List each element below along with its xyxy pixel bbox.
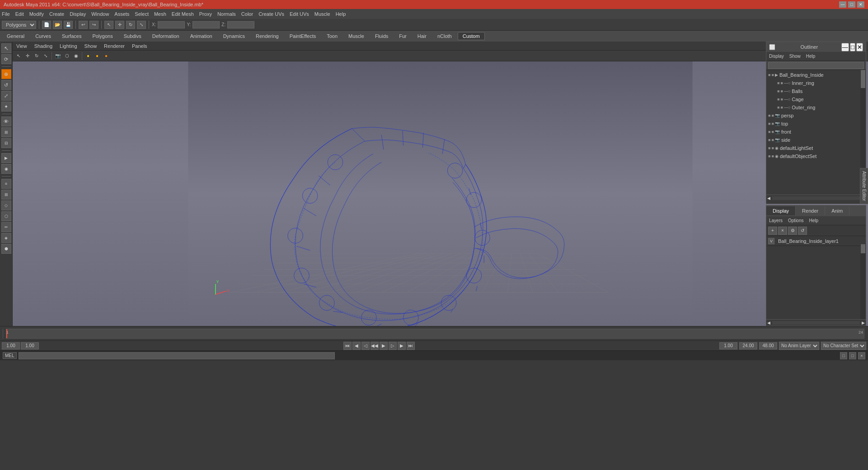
outliner-item-balls[interactable]: ■ ■ —○ Balls <box>766 87 866 95</box>
cb-scrollbar[interactable] <box>860 244 866 326</box>
tab-animation[interactable]: Animation <box>185 32 217 40</box>
vp-menu-panels[interactable]: Panels <box>132 43 147 49</box>
cb-tab-display[interactable]: Display <box>766 206 796 215</box>
menu-edit-uvs[interactable]: Edit UVs <box>290 11 309 17</box>
tab-ncloth[interactable]: nCloth <box>432 32 457 40</box>
tab-hair[interactable]: Hair <box>413 32 432 40</box>
new-file-button[interactable]: 📄 <box>42 21 51 29</box>
vp-menu-renderer[interactable]: Renderer <box>104 43 125 49</box>
select-tool[interactable]: ↖ <box>104 21 113 29</box>
prev-key-btn[interactable]: ◁ <box>361 342 370 350</box>
menu-modify[interactable]: Modify <box>29 11 44 17</box>
outliner-item-outer-ring[interactable]: ■ ■ —○ Outer_ring <box>766 103 866 112</box>
end-frame-input[interactable] <box>739 342 757 349</box>
scale-tool-btn[interactable]: ⤢ <box>1 91 11 101</box>
cb-hscrollbar[interactable] <box>772 321 860 325</box>
blend-btn[interactable]: ◈ <box>1 233 11 243</box>
play-fwd-btn[interactable]: ▶ <box>380 342 388 350</box>
char-set-select[interactable]: No Character Set <box>821 342 866 350</box>
vp-menu-view[interactable]: View <box>16 43 27 49</box>
menu-mesh[interactable]: Mesh <box>154 11 166 17</box>
tab-general[interactable]: General <box>2 32 29 40</box>
z-input[interactable] <box>227 21 254 28</box>
outliner-maximize-btn[interactable]: □ <box>850 43 855 51</box>
bottom-btn-1[interactable]: □ <box>840 352 847 359</box>
attribute-editor-tab[interactable]: Attribute Editor <box>860 168 868 204</box>
vp-light2-icon[interactable]: ● <box>93 52 101 60</box>
tab-dynamics[interactable]: Dynamics <box>218 32 250 40</box>
mode-select[interactable]: Polygons <box>2 21 36 29</box>
undo-button[interactable]: ↩ <box>79 21 88 29</box>
vp-menu-shading[interactable]: Shading <box>34 43 52 49</box>
menu-normals[interactable]: Normals <box>217 11 236 17</box>
universal-tool-btn[interactable]: ✦ <box>1 102 11 112</box>
fps-input[interactable] <box>719 342 737 349</box>
tab-subdivs[interactable]: Subdivs <box>119 32 146 40</box>
tab-muscle[interactable]: Muscle <box>343 32 369 40</box>
layer-visibility-toggle[interactable]: V <box>768 238 774 244</box>
outliner-search-input[interactable] <box>768 62 864 69</box>
graph-btn[interactable]: ⊞ <box>1 190 11 200</box>
cb-new-layer-btn[interactable]: + <box>768 227 777 235</box>
show-hide-btn[interactable]: 👁 <box>1 116 11 126</box>
max-frame-input[interactable] <box>759 342 777 349</box>
tab-fur[interactable]: Fur <box>394 32 412 40</box>
rotate-tool[interactable]: ↻ <box>126 21 135 29</box>
outliner-item-top[interactable]: ■ ■ 📷 top <box>766 120 866 128</box>
menu-assets[interactable]: Assets <box>114 11 129 17</box>
outliner-menu-display[interactable]: Display <box>769 54 784 59</box>
menu-edit[interactable]: Edit <box>15 11 24 17</box>
cb-tab-anim[interactable]: Anim <box>825 206 849 215</box>
menu-color[interactable]: Color <box>241 11 253 17</box>
menu-help[interactable]: Help <box>336 11 346 17</box>
viewport-canvas[interactable]: X Y <box>13 61 868 326</box>
tab-curves[interactable]: Curves <box>30 32 56 40</box>
menu-create[interactable]: Create <box>49 11 64 17</box>
vp-rotate-icon[interactable]: ↻ <box>33 52 41 60</box>
rotate-tool-btn[interactable]: ↺ <box>1 80 11 90</box>
vp-light3-icon[interactable]: ● <box>102 52 110 60</box>
channel-box-layer-row[interactable]: V Ball_Bearing_Inside_layer1 <box>766 236 866 246</box>
tab-toon[interactable]: Toon <box>322 32 343 40</box>
snap-btn[interactable]: ⊟ <box>1 138 11 148</box>
select-tool-btn[interactable]: ↖ <box>1 43 11 53</box>
menu-select[interactable]: Select <box>135 11 149 17</box>
tab-fluids[interactable]: Fluids <box>370 32 393 40</box>
tab-surfaces[interactable]: Surfaces <box>57 32 86 40</box>
render-btn[interactable]: ▶ <box>1 153 11 163</box>
cb-tab-render[interactable]: Render <box>796 206 825 215</box>
skip-to-end-btn[interactable]: ⏭ <box>407 342 415 350</box>
cb-delete-layer-btn[interactable]: × <box>778 227 787 235</box>
outliner-item-side[interactable]: ■ ■ 📷 side <box>766 136 866 144</box>
cb-subtab-help[interactable]: Help <box>809 218 818 223</box>
outliner-item-persp[interactable]: ■ ■ 📷 persp <box>766 112 866 120</box>
next-key-btn[interactable]: ▷ <box>389 342 397 350</box>
timeline-track[interactable]: 1 24 <box>6 329 864 339</box>
move-tool[interactable]: ✛ <box>115 21 124 29</box>
tab-polygons[interactable]: Polygons <box>87 32 117 40</box>
mel-input[interactable] <box>19 352 335 359</box>
cb-subtab-layers[interactable]: Layers <box>769 218 783 223</box>
cb-subtab-options[interactable]: Options <box>788 218 803 223</box>
outliner-item-ball-bearing[interactable]: ■ ■ ▶ Ball_Bearing_Inside <box>766 71 866 79</box>
open-file-button[interactable]: 📂 <box>53 21 62 29</box>
hypershade-btn[interactable]: ◇ <box>1 200 11 210</box>
paint-btn[interactable]: ✏ <box>1 222 11 232</box>
tab-rendering[interactable]: Rendering <box>251 32 284 40</box>
move-tool-btn[interactable]: ⊕ <box>1 69 11 79</box>
menu-create-uvs[interactable]: Create UVs <box>258 11 284 17</box>
vp-menu-lighting[interactable]: Lighting <box>60 43 77 49</box>
outliner-minimize-btn[interactable]: — <box>841 43 849 51</box>
tab-custom[interactable]: Custom <box>458 32 485 40</box>
minimize-button[interactable]: — <box>839 1 846 8</box>
redo-button[interactable]: ↪ <box>89 21 99 29</box>
layers-btn[interactable]: ≡ <box>1 179 11 189</box>
menu-muscle[interactable]: Muscle <box>314 11 330 17</box>
vp-scale-icon[interactable]: ⤡ <box>42 52 50 60</box>
scene-btn[interactable]: ⬡ <box>1 211 11 221</box>
vp-camera-icon[interactable]: 📷 <box>54 52 62 60</box>
bottom-btn-3[interactable]: × <box>858 352 865 359</box>
vp-select-icon[interactable]: ↖ <box>14 52 23 60</box>
anim-layer-select[interactable]: No Anim Layer <box>779 342 819 350</box>
cb-refresh-btn[interactable]: ↺ <box>798 227 807 235</box>
